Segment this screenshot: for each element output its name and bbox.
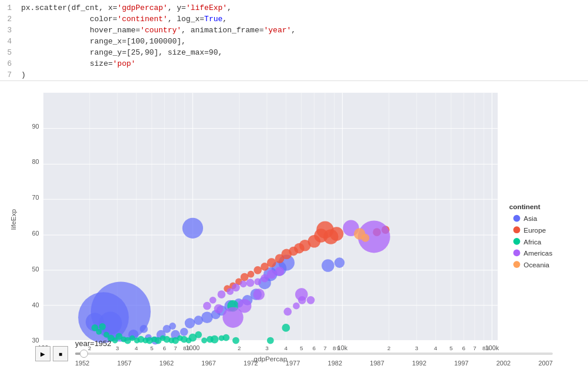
legend-americas-label: Americas [523, 249, 552, 257]
bubble-americas15 [307, 296, 315, 304]
bubble-libya [282, 324, 290, 332]
year-tick-1987: 1987 [370, 360, 384, 367]
code-line-6: size='pop' [21, 58, 296, 69]
bubble-africa25 [195, 331, 202, 338]
year-tick-1972: 1972 [244, 360, 258, 367]
legend-africa-dot [513, 238, 521, 245]
slider-track[interactable] [75, 353, 553, 355]
svg-text:60: 60 [32, 230, 39, 237]
bubble-americas6 [240, 281, 247, 288]
bubble-saudi [334, 257, 345, 268]
bubble-venezuela [295, 288, 308, 301]
bubble-americas13 [293, 303, 300, 310]
code-line-3: hover_name='country', animation_frame='y… [21, 25, 296, 36]
bubble-africa3 [99, 323, 106, 330]
legend-americas-dot [513, 250, 521, 257]
year-tick-1952: 1952 [75, 360, 89, 367]
bubble-americas1 [203, 302, 211, 310]
bubble-americas5 [232, 283, 240, 291]
year-ticks: 1952 1957 1962 1967 1972 1977 1982 1987 … [75, 360, 553, 367]
bubble-argentina [253, 288, 265, 300]
year-tick-1962: 1962 [160, 360, 174, 367]
bubble-americas8 [254, 278, 261, 286]
legend-europe-dot [513, 226, 521, 233]
controls-panel: ▶ ■ year=1952 1952 1957 1962 1967 1972 1… [0, 339, 588, 386]
bubble-asia-sm12 [201, 311, 213, 323]
year-tick-1992: 1992 [412, 360, 426, 367]
svg-text:lifeExp: lifeExp [9, 209, 17, 230]
svg-text:40: 40 [32, 301, 39, 308]
year-tick-2002: 2002 [496, 360, 511, 367]
bubble-americas3 [218, 290, 226, 298]
code-line-4: range_x=[100,100000], [21, 36, 296, 47]
bubble-kuwait [322, 259, 334, 272]
code-editor: 1 2 3 4 5 6 7 px.scatter(df_cnt, x='gdpP… [0, 0, 588, 81]
bubble-asia-sm9 [180, 328, 188, 336]
bubble-americas2 [209, 297, 217, 304]
bubble-americas7 [246, 279, 255, 287]
year-tick-1967: 1967 [201, 360, 215, 367]
code-line-5: range_y=[25,90], size_max=90, [21, 47, 296, 58]
year-tick-1977: 1977 [286, 360, 300, 367]
bubble-japan [183, 218, 203, 239]
stop-button[interactable]: ■ [53, 346, 68, 361]
year-label: year=1952 [75, 339, 553, 348]
legend-europe-label: Europe [523, 226, 546, 234]
legend-asia-dot [513, 215, 521, 222]
bubble-americas12 [283, 308, 292, 316]
legend-title: continent [509, 203, 540, 210]
bubble-europe5 [275, 254, 285, 263]
legend-asia-label: Asia [523, 215, 537, 223]
svg-text:70: 70 [32, 194, 39, 201]
bubble-africa2 [96, 329, 102, 335]
svg-text:50: 50 [32, 266, 39, 273]
line-numbers: 1 2 3 4 5 6 7 [0, 2, 16, 78]
legend-oceania-label: Oceania [523, 261, 549, 268]
bubble-europe8 [254, 266, 262, 274]
year-tick-1957: 1957 [117, 360, 131, 367]
bubble-asia-sm7 [169, 323, 176, 330]
legend-africa-label: Africa [523, 238, 542, 246]
code-line-1: px.scatter(df_cnt, x='gdpPercap', y='lif… [21, 2, 296, 14]
bubble-americas11 [275, 267, 285, 276]
legend-oceania-dot [513, 261, 521, 268]
bubble-asia-sm10 [185, 318, 195, 328]
bubble-americas10 [267, 270, 276, 279]
chart-area: 30 40 50 60 70 80 90 lifeExp 100 2 3 4 5… [0, 81, 588, 386]
bubble-europe7 [261, 263, 269, 271]
year-tick-1982: 1982 [328, 360, 342, 367]
code-line-7: ) [21, 69, 296, 80]
code-content: px.scatter(df_cnt, x='gdpPercap', y='lif… [16, 2, 300, 78]
bubble-mexico [238, 299, 252, 313]
svg-text:90: 90 [32, 123, 39, 130]
bubble-asia-sm2 [140, 325, 148, 333]
code-line-2: color='continent', log_x=True, [21, 14, 296, 25]
slider-thumb[interactable] [80, 350, 88, 358]
year-tick-1997: 1997 [454, 360, 468, 367]
bubble-colombia [214, 304, 224, 314]
svg-text:80: 80 [32, 158, 39, 165]
play-button[interactable]: ▶ [35, 346, 50, 361]
year-tick-2007: 2007 [538, 360, 552, 367]
bubble-nz [361, 234, 370, 242]
year-slider-container: year=1952 1952 1957 1962 1967 1972 1977 … [75, 339, 553, 367]
playback-controls: ▶ ■ [35, 346, 68, 361]
bubble-spain [330, 227, 344, 241]
